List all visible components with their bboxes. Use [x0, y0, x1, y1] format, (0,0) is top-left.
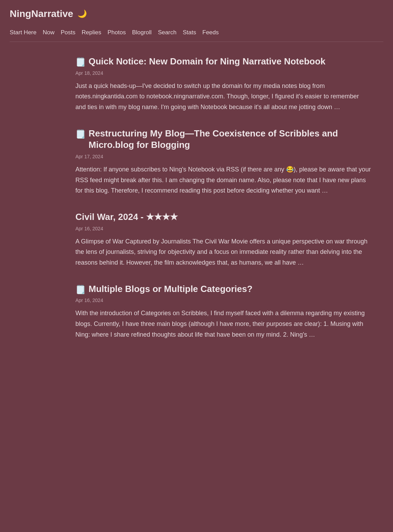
post-excerpt-4: With the introduction of Categories on S…	[75, 308, 371, 340]
post-emoji-4: 🗒️	[75, 284, 86, 295]
post-title-2[interactable]: 🗒️Restructuring My Blog—The Coexistence …	[75, 128, 371, 151]
post-excerpt-3: A Glimpse of War Captured by Journalists…	[75, 236, 371, 268]
nav-item-now[interactable]: Now	[43, 29, 61, 36]
nav-item-posts[interactable]: Posts	[61, 29, 82, 36]
nav-item-replies[interactable]: Replies	[82, 29, 108, 36]
post-3: Civil War, 2024 - ★★★★Apr 16, 2024A Glim…	[75, 211, 371, 268]
post-emoji-1: 🗒️	[75, 56, 86, 67]
post-2: 🗒️Restructuring My Blog—The Coexistence …	[75, 128, 371, 196]
nav-item-search[interactable]: Search	[158, 29, 183, 36]
nav-item-feeds[interactable]: Feeds	[202, 29, 225, 36]
post-title-text-1: Quick Notice: New Domain for Ning Narrat…	[89, 56, 326, 68]
post-title-text-4: Multiple Blogs or Multiple Categories?	[89, 283, 253, 295]
nav-item-start-here[interactable]: Start Here	[10, 29, 43, 36]
post-title-4[interactable]: 🗒️Multiple Blogs or Multiple Categories?	[75, 283, 371, 295]
post-title-text-3: Civil War, 2024 - ★★★★	[75, 211, 178, 223]
main-nav: Start HereNowPostsRepliesPhotosBlogrollS…	[10, 29, 383, 42]
post-1: 🗒️Quick Notice: New Domain for Ning Narr…	[75, 56, 371, 113]
post-title-1[interactable]: 🗒️Quick Notice: New Domain for Ning Narr…	[75, 56, 371, 68]
main-content: 🗒️Quick Notice: New Domain for Ning Narr…	[0, 42, 381, 369]
post-excerpt-1: Just a quick heads-up—I've decided to sw…	[75, 81, 371, 113]
moon-icon: 🌙	[77, 9, 87, 18]
post-date-4: Apr 16, 2024	[75, 298, 371, 303]
post-date-1: Apr 18, 2024	[75, 70, 371, 76]
post-excerpt-2: Attention: If anyone subscribes to Ning'…	[75, 164, 371, 196]
nav-item-blogroll[interactable]: Blogroll	[132, 29, 158, 36]
nav-item-photos[interactable]: Photos	[108, 29, 132, 36]
post-4: 🗒️Multiple Blogs or Multiple Categories?…	[75, 283, 371, 340]
post-date-2: Apr 17, 2024	[75, 154, 371, 159]
site-title: NingNarrative	[10, 8, 73, 19]
site-header: NingNarrative 🌙 Start HereNowPostsReplie…	[0, 0, 393, 42]
post-date-3: Apr 16, 2024	[75, 226, 371, 231]
site-title-row: NingNarrative 🌙	[10, 8, 383, 19]
post-title-text-2: Restructuring My Blog—The Coexistence of…	[89, 128, 371, 151]
nav-item-stats[interactable]: Stats	[183, 29, 202, 36]
post-emoji-2: 🗒️	[75, 128, 86, 139]
post-title-3[interactable]: Civil War, 2024 - ★★★★	[75, 211, 371, 223]
